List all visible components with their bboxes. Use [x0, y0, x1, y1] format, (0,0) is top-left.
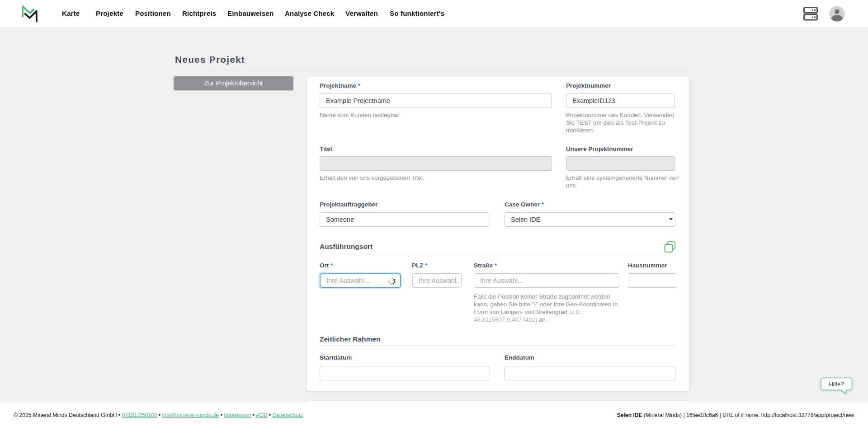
svg-text:Hilfe?: Hilfe?	[829, 381, 844, 388]
